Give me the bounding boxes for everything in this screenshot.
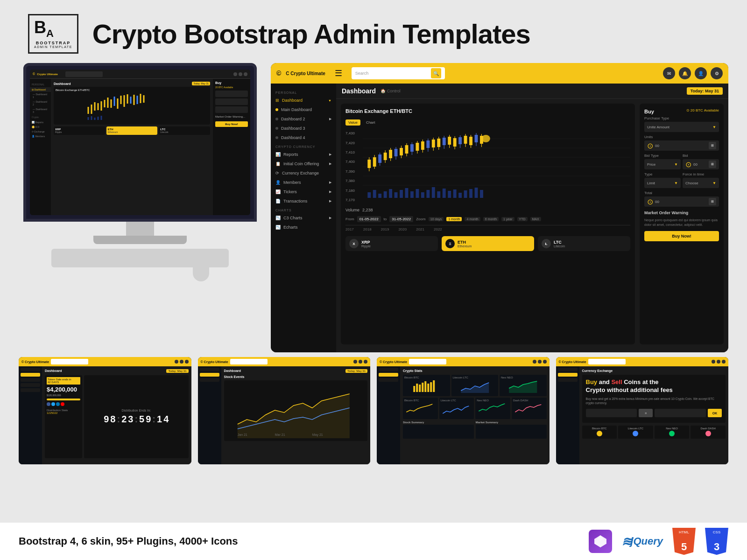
bid-stepper[interactable]: ⊞	[709, 161, 716, 168]
mini-buy-field-3	[215, 106, 248, 113]
buy-sell-description: Buy now and get a 20% extra bonus Minimu…	[586, 397, 722, 405]
search-button[interactable]: 🔍	[431, 68, 441, 78]
date-badge: Today: May 31	[687, 87, 723, 95]
zoom-max[interactable]: MAX	[530, 217, 541, 221]
tab-value[interactable]: Value	[345, 119, 360, 126]
chart-header: Bitcoin Exchange ETH/BTC	[345, 108, 630, 117]
thumb-ico: © Crypto Ultimate Dashboard Today: May 3…	[19, 357, 191, 464]
bid-icon: ⊙	[685, 160, 691, 169]
sidebar-item-dashboard4[interactable]: Dashboard 4	[271, 133, 336, 142]
mini-logo-icon: ©	[33, 72, 35, 76]
svg-rect-90	[453, 189, 457, 198]
sidebar-item-members[interactable]: 👤 Members ▶	[271, 178, 336, 187]
coin-tab-xrp[interactable]: X XRP Ripple	[345, 236, 438, 251]
mini-main-content: Dashboard Today: May 31 Bitcoin Exchange…	[51, 79, 213, 215]
mini-chart-svg	[56, 93, 208, 121]
a-letter: A	[46, 28, 54, 39]
thumb2-icon3	[364, 360, 367, 364]
tab-chart[interactable]: Chart	[363, 119, 378, 126]
zoom-1m[interactable]: 1 month	[446, 217, 462, 221]
stock-chart-box: Jan 21 Mar 21 May 21	[224, 380, 368, 441]
zoom-1y[interactable]: 1 year	[501, 217, 514, 221]
ico-icon: 📋	[275, 161, 281, 166]
arrow-members: ▶	[329, 181, 331, 184]
jquery-logo: ≋ jQuery	[621, 534, 663, 549]
units-stepper[interactable]: ⊞	[709, 142, 716, 149]
hamburger-icon[interactable]: ☰	[335, 68, 342, 78]
total-stepper[interactable]: ⊞	[709, 198, 716, 205]
sb2-item-active	[200, 373, 219, 377]
coin-tab-ltc[interactable]: Ł LTC Litecoin	[538, 236, 630, 251]
dashboard-icon: ⊞	[275, 98, 279, 103]
date-from[interactable]: 01-05-2022	[357, 216, 381, 222]
sidebar-item-transactions[interactable]: 📄 Transactions ▶	[271, 196, 336, 206]
type-field[interactable]: Limit ▼	[644, 178, 681, 188]
thumb1-icon2	[180, 360, 183, 364]
exc-litecoin-icon	[633, 431, 638, 436]
search-bar[interactable]: Search 🔍	[352, 67, 445, 79]
exchange-coin-row: Bitcoin BTC Litecoin LTC Neo NEO Dash DA…	[582, 426, 726, 439]
sidebar-item-ico[interactable]: 📋 Initial Coin Offering ▶	[271, 159, 336, 168]
bell-icon[interactable]: 🔔	[679, 67, 691, 79]
sidebar-item-main-dashboard[interactable]: Main Dashboard	[271, 105, 336, 114]
sidebar-item-c3charts[interactable]: 📉 C3 Charts ▶	[271, 213, 336, 223]
digit3: 2	[121, 414, 127, 425]
zoom-4m[interactable]: 4 month	[465, 217, 480, 221]
thumb1-header: Dashboard Today: May 31	[45, 369, 189, 373]
mini-logo-text: Crypto Ultimate	[37, 73, 58, 76]
bid-field[interactable]: ⊙ 00 ⊞	[683, 159, 719, 169]
mini-warning-text: Market Order Warning...	[215, 115, 248, 119]
mini-date: Today: May 31	[192, 82, 210, 85]
svg-text:Mar 21: Mar 21	[275, 433, 285, 436]
total-field[interactable]: ⊙ 00 ⊞	[644, 196, 719, 207]
buy-word: Buy	[586, 378, 598, 385]
arrow-ico: ▶	[329, 162, 331, 166]
countdown-digits: 9 8 : 2 3 : 5 9 : 1 4	[104, 414, 169, 425]
type-dropdown: ▼	[674, 181, 678, 185]
mini-item-3: — Dashboard 3	[30, 107, 51, 114]
coin-tab-eth[interactable]: Ξ ETH Ethereum	[442, 236, 534, 251]
mini-chart-title: Bitcoin Exchange ETH/BTC	[56, 89, 208, 91]
svg-rect-11	[124, 95, 125, 107]
dashboard3-label: Dashboard 3	[281, 126, 305, 131]
sidebar-item-exchange[interactable]: ⟳ Currency Exchange	[271, 168, 336, 178]
bid-type-field[interactable]: Price ▼	[644, 159, 681, 169]
y-label-7: 7,180	[345, 189, 361, 193]
main-dashboard-label: Main Dashboard	[281, 107, 312, 112]
sidebar-item-echarts[interactable]: 📉 Echarts	[271, 223, 336, 232]
zoom-ytd[interactable]: YTD	[517, 217, 528, 221]
buy-now-button[interactable]: Buy Now!	[644, 231, 719, 241]
force-time-field[interactable]: Choose ▼	[683, 178, 719, 188]
sidebar-item-dashboard2[interactable]: Dashboard 2 ▶	[271, 114, 336, 124]
zoom-10d[interactable]: 10 days	[429, 217, 444, 221]
mini-ltc-name: Litecoin	[160, 131, 209, 133]
thumb1-icons	[175, 360, 189, 364]
svg-rect-54	[432, 140, 435, 147]
mail-icon[interactable]: ✉	[663, 67, 675, 79]
sidebar-item-tickers[interactable]: 📈 Tickers ▶	[271, 187, 336, 196]
force-time-label: Force in time	[683, 172, 719, 176]
sidebar-item-reports[interactable]: 📊 Reports ▶	[271, 150, 336, 159]
sb2-item-2	[200, 378, 219, 382]
exchange-button[interactable]: OK	[708, 409, 722, 417]
ltc-name: Litecoin	[554, 245, 565, 248]
svg-rect-104	[424, 381, 426, 392]
time-range-row: From 01-05-2022 to 31-05-2022 Zoom 10 da…	[345, 216, 630, 222]
user-avatar[interactable]: 👤	[695, 67, 707, 79]
page-header: BA BOOTSTRAP ADMIN TEMPLATE Crypto Boots…	[0, 0, 747, 63]
mini-buy-btn[interactable]: Buy Now!	[215, 121, 248, 127]
thumb4-icon2	[717, 360, 720, 364]
thumb2-sidebar	[198, 366, 221, 464]
thumb2-main: Dashboard Today: May 31 Stock Events Jan…	[221, 366, 371, 464]
sidebar-item-dashboard3[interactable]: Dashboard 3	[271, 124, 336, 133]
market-warning-section: Market Order Warning Neque porro quisqua…	[644, 210, 719, 227]
svg-rect-102	[419, 385, 421, 392]
svg-rect-46	[410, 144, 414, 152]
purchase-type-field[interactable]: Unite Amount ▼	[644, 122, 719, 132]
units-field[interactable]: ⊙ 00 ⊞	[644, 140, 719, 151]
thumb1-topbar: © Crypto Ultimate	[19, 357, 191, 366]
date-to[interactable]: 31-05-2022	[389, 216, 413, 222]
sidebar-item-dashboard[interactable]: ⊞ Dashboard ▼	[271, 96, 336, 105]
settings-icon[interactable]: ⚙	[711, 67, 723, 79]
zoom-6m[interactable]: 6 month	[483, 217, 499, 221]
